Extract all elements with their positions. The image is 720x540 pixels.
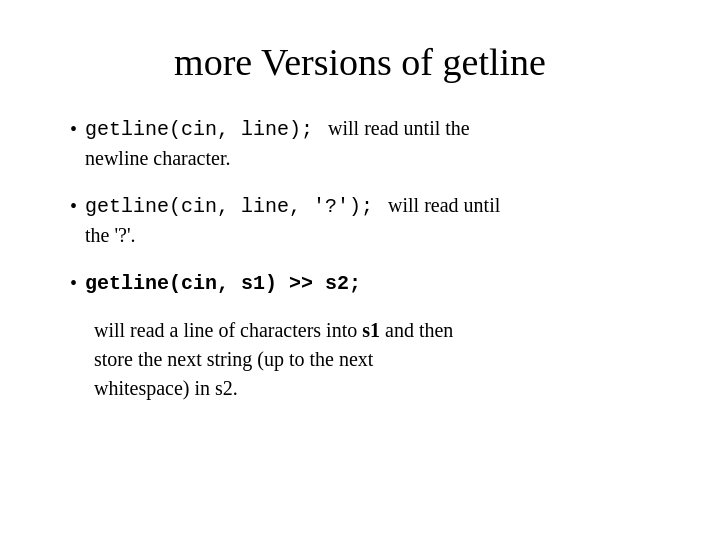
- bullet-marker-3: •: [70, 269, 77, 297]
- subtext-line1: will read a line of characters into s1 a…: [94, 319, 453, 341]
- bullet-text-3: getline(cin, s1) >> s2;: [85, 268, 361, 298]
- content-area: • getline(cin, line); will read until th…: [60, 114, 660, 403]
- code-1: getline(cin, line);: [85, 118, 313, 141]
- bullet-3-subtext: will read a line of characters into s1 a…: [70, 316, 660, 403]
- bullet-text-2: getline(cin, line, '?'); will read until…: [85, 191, 500, 250]
- bullet-item-2: • getline(cin, line, '?'); will read unt…: [70, 191, 660, 250]
- slide-title: more Versions of getline: [60, 40, 660, 84]
- bold-s1: s1: [362, 319, 380, 341]
- code-2: getline(cin, line, '?');: [85, 195, 373, 218]
- bullet-item-1: • getline(cin, line); will read until th…: [70, 114, 660, 173]
- slide: more Versions of getline • getline(cin, …: [0, 0, 720, 540]
- subtext-line3: whitespace) in s2.: [94, 377, 238, 399]
- bullet-text-1: getline(cin, line); will read until then…: [85, 114, 470, 173]
- bullet-item-3: • getline(cin, s1) >> s2;: [70, 268, 660, 298]
- bullet-marker-1: •: [70, 115, 77, 143]
- code-3: getline(cin, s1) >> s2;: [85, 272, 361, 295]
- subtext-line2: store the next string (up to the next: [94, 348, 373, 370]
- bullet-marker-2: •: [70, 192, 77, 220]
